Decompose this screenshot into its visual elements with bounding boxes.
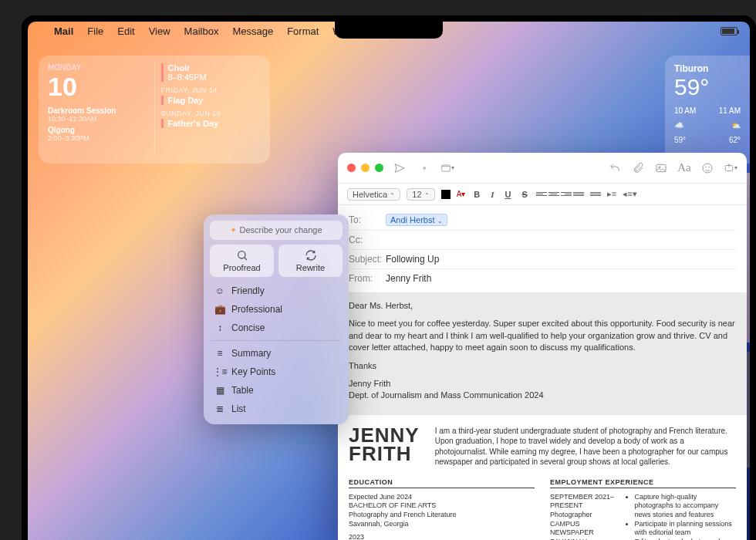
reply-icon[interactable] <box>608 161 622 175</box>
resume-entry: SEPTEMBER 2021–PRESENT Photographer CAMP… <box>550 493 618 540</box>
menu-mailbox[interactable]: Mailbox <box>184 25 219 37</box>
strike-button[interactable]: S <box>519 190 529 199</box>
fullscreen-button[interactable] <box>375 164 383 172</box>
mail-compose-window: ▾ ▾ Aa ▾ Helvetica ⌃ 12 ⌃ A▾ B I U S <box>338 153 747 540</box>
arrow-in-icon: ↕ <box>214 322 225 333</box>
calendar-event: Darkroom Session 10:30–11:30AM <box>48 106 148 123</box>
menu-edit[interactable]: Edit <box>117 25 134 37</box>
chevron-down-icon[interactable]: ▾ <box>417 161 431 175</box>
svg-point-5 <box>709 167 710 167</box>
to-recipient-pill[interactable]: Andi Herbst ⌄ <box>386 214 447 226</box>
align-center-icon[interactable] <box>548 190 559 199</box>
tone-concise[interactable]: ↕Concise <box>210 319 343 337</box>
calendar-event: Father's Day <box>161 119 262 128</box>
calendar-widget[interactable]: MONDAY 10 Darkroom Session 10:30–11:30AM… <box>39 56 270 164</box>
bold-button[interactable]: B <box>471 190 482 199</box>
from-label: From: <box>349 273 386 284</box>
weather-location: Tiburon <box>674 63 741 74</box>
mail-toolbar: ▾ ▾ Aa ▾ <box>338 153 747 184</box>
subject-field[interactable]: Following Up <box>386 254 439 265</box>
font-select[interactable]: Helvetica ⌃ <box>347 188 400 201</box>
tone-friendly[interactable]: ☺Friendly <box>210 282 343 300</box>
weather-temp: 59° <box>674 74 741 100</box>
mail-body[interactable]: Dear Ms. Herbst, Nice to meet you for co… <box>338 292 747 416</box>
text-color-icon[interactable]: A▾ <box>457 190 466 198</box>
photo-icon[interactable] <box>654 161 668 175</box>
from-value[interactable]: Jenny Frith <box>386 273 431 284</box>
menu-view[interactable]: View <box>149 25 170 37</box>
body-thanks: Thanks <box>349 360 736 372</box>
format-icon[interactable]: Aa <box>677 161 691 175</box>
body-paragraph: Nice to meet you for coffee yesterday. S… <box>349 318 736 353</box>
svg-rect-0 <box>442 164 451 170</box>
emoji-icon[interactable] <box>700 161 714 175</box>
format-summary[interactable]: ≡Summary <box>210 344 343 363</box>
cc-field[interactable] <box>386 235 736 245</box>
format-keypoints[interactable]: ⋮≡Key Points <box>210 363 343 381</box>
menu-message[interactable]: Message <box>232 25 273 37</box>
weather-cloud-icon: ⛅ <box>731 121 741 130</box>
indent-icon[interactable]: ▸≡ <box>607 189 616 199</box>
minimize-button[interactable] <box>361 164 370 172</box>
app-name[interactable]: Mail <box>54 25 73 37</box>
align-left-icon[interactable] <box>536 190 547 199</box>
resume-bio: I am a third-year student undergraduate … <box>435 426 736 467</box>
outdent-icon[interactable]: ◂≡▾ <box>623 189 636 199</box>
calendar-event: Flag Day <box>161 96 262 105</box>
describe-change-input[interactable]: ✦ Describe your change <box>210 221 343 240</box>
calendar-day-name: MONDAY <box>48 63 148 72</box>
fontsize-select[interactable]: 12 ⌃ <box>407 188 434 201</box>
share-icon[interactable]: ▾ <box>724 161 737 175</box>
battery-icon[interactable] <box>721 27 737 35</box>
close-button[interactable] <box>347 164 356 172</box>
resume-name: FRITH <box>349 444 420 464</box>
calendar-day-number: 10 <box>48 72 148 102</box>
smile-icon: ☺ <box>214 285 225 296</box>
svg-point-4 <box>706 167 707 167</box>
proofread-button[interactable]: Proofread <box>210 245 274 277</box>
color-swatch[interactable] <box>441 190 451 199</box>
svg-point-7 <box>238 251 245 258</box>
attach-icon[interactable] <box>631 161 645 175</box>
weather-hour-label: 10 AM <box>674 106 696 115</box>
weather-cloud-icon: ☁️ <box>674 121 683 130</box>
tone-professional[interactable]: 💼Professional <box>210 300 343 319</box>
table-icon: ▦ <box>214 385 225 396</box>
list-bullet-icon[interactable] <box>590 190 601 199</box>
to-label: To: <box>349 214 386 225</box>
format-bar: Helvetica ⌃ 12 ⌃ A▾ B I U S ▸≡ ◂≡▾ <box>338 184 747 205</box>
underline-button[interactable]: U <box>503 190 514 199</box>
briefcase-icon: 💼 <box>214 304 225 315</box>
sparkle-icon: ✦ <box>230 225 237 235</box>
bullets-icon: ⋮≡ <box>214 366 225 377</box>
menu-format[interactable]: Format <box>287 25 319 37</box>
menu-file[interactable]: File <box>87 25 103 37</box>
svg-point-3 <box>703 164 712 173</box>
format-list[interactable]: ≣List <box>210 400 343 418</box>
rewrite-button[interactable]: Rewrite <box>278 245 343 277</box>
calendar-event: Choir 8–8:45PM <box>161 63 262 82</box>
send-icon[interactable] <box>393 161 407 175</box>
cc-label: Cc: <box>349 235 386 245</box>
weather-hour-label: 11 AM <box>719 106 741 115</box>
writing-tools-panel: ✦ Describe your change Proofread Rewrite… <box>204 214 349 424</box>
calendar-subheader: SUNDAY, JUN 16 <box>161 110 262 117</box>
resume-bullets: Capture high-quality photographs to acco… <box>626 493 736 540</box>
align-right-icon[interactable] <box>561 190 572 199</box>
lines-icon: ≡ <box>214 348 225 359</box>
laptop-notch <box>335 22 443 39</box>
weather-hour-temp: 62° <box>729 136 741 144</box>
attachment-preview[interactable]: JENNY FRITH I am a third-year student un… <box>338 414 747 540</box>
body-signature: Dept. of Journalism and Mass Communicati… <box>349 390 736 401</box>
italic-button[interactable]: I <box>488 190 496 199</box>
calendar-event: Qigong 2:00–3:30PM <box>48 126 148 142</box>
weather-hour-temp: 59° <box>674 136 686 144</box>
list-icon: ≣ <box>214 403 225 414</box>
header-dropdown-icon[interactable]: ▾ <box>440 161 454 175</box>
weather-widget[interactable]: Tiburon 59° 10 AM 11 AM ☁️ ⛅ 59° 62° <box>665 56 750 164</box>
resume-entry: Expected June 2024 BACHELOR OF FINE ARTS… <box>349 493 535 529</box>
align-justify-icon[interactable] <box>573 190 584 199</box>
body-greeting: Dear Ms. Herbst, <box>349 300 736 312</box>
window-controls <box>347 164 383 172</box>
format-table[interactable]: ▦Table <box>210 381 343 400</box>
